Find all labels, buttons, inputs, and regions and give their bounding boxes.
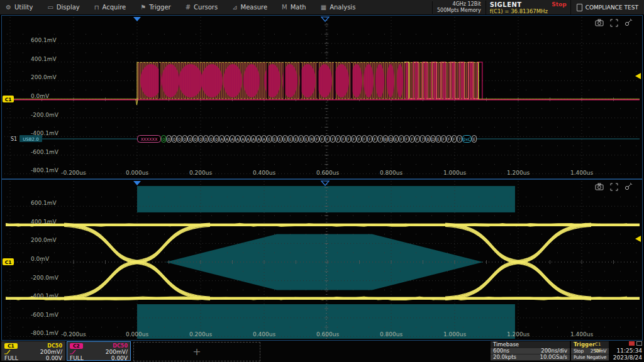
brand-block: SIGLENT Stop f(C1) = 36.81367MHz xyxy=(486,1,570,14)
eye-diagram-canvas[interactable]: 600.1mV400.1mV200.0mV0.0mV-200.0mV-400.1… xyxy=(2,180,642,340)
trigger-level-marker[interactable] xyxy=(635,73,641,79)
compliance-test-label: COMPLIANCE TEST xyxy=(586,4,638,11)
channel-c1-badge[interactable]: C1 xyxy=(3,258,14,265)
x-axis-label: 0.200us xyxy=(189,331,212,337)
compliance-test-button[interactable]: COMPLIANCE TEST xyxy=(570,0,644,14)
acquire-icon: ⊓ xyxy=(94,4,99,11)
analysis-icon: ▦ xyxy=(321,4,326,11)
timebase-panel[interactable]: Timebase 600ns 200ns/div 20.0kpts 10.0GS… xyxy=(491,341,570,361)
channel-badge-label: C1 xyxy=(5,97,12,102)
decode-token-value: F xyxy=(321,137,323,142)
channel-name-badge: C1 xyxy=(4,343,18,349)
decode-token-value: F xyxy=(443,137,445,142)
channel-box-c2[interactable]: C2 DC50 200mV/ FULL 0.00V xyxy=(67,341,131,361)
decode-token-value: 0 xyxy=(168,137,170,142)
decode-token-value: F xyxy=(411,137,413,142)
eye-diagram-plot[interactable]: 600.1mV400.1mV200.0mV0.0mV-200.0mV-400.1… xyxy=(1,179,643,341)
channel-bandwidth: FULL xyxy=(70,355,84,361)
add-channel-button[interactable]: + xyxy=(133,342,260,361)
x-axis-label: 1.400us xyxy=(570,170,593,176)
decode-token-value: F xyxy=(358,137,360,142)
compliance-mask xyxy=(137,186,515,339)
top-menu-bar: ⚙Utility▭Display⊓Acquire⚑Trigger#Cursors… xyxy=(0,0,644,14)
waveform-canvas[interactable]: S1USB2.0XXXXXX00000000000AAAAAAAAAEEEEEE… xyxy=(2,16,642,178)
decode-token-value: E xyxy=(300,137,303,142)
y-axis-label: -400.1mV xyxy=(31,130,59,136)
decode-token-value: D xyxy=(431,137,435,142)
fullscreen-icon[interactable] xyxy=(611,19,618,26)
channel-coupling: DC50 xyxy=(113,343,128,349)
menu-cursors[interactable]: #Cursors xyxy=(180,0,226,14)
gear-icon: ⚙ xyxy=(6,4,11,11)
x-axis-label: 0.000us xyxy=(126,170,148,176)
decode-token-value: B xyxy=(384,137,387,142)
fullscreen-icon[interactable] xyxy=(611,184,618,190)
x-axis-label: 1.400us xyxy=(570,331,593,337)
clock-date: 2023/8/24 xyxy=(607,354,642,361)
decode-token-value: 0 xyxy=(184,137,186,142)
decode-token-value: E xyxy=(473,137,475,142)
decode-token-value: A xyxy=(247,137,250,142)
trigger-type: Pulse xyxy=(574,354,585,360)
decode-token-value: 0 xyxy=(194,137,197,142)
menu-label: Analysis xyxy=(330,4,355,11)
timebase-points: 20.0kpts xyxy=(493,354,516,360)
decode-token-value: A xyxy=(220,137,223,142)
camera-icon[interactable] xyxy=(596,19,603,26)
x-axis-label: 0.600us xyxy=(316,170,339,176)
decode-token-value: E xyxy=(289,137,292,142)
decode-token-value: A xyxy=(252,137,255,142)
trigger-level-marker[interactable] xyxy=(635,236,641,242)
trigger-panel[interactable]: Trigger C1 DC Stop 250mV Pulse Negative xyxy=(571,341,609,361)
document-icon xyxy=(577,4,582,11)
decode-token-value: 7 xyxy=(458,137,461,142)
trigger-level: 250mV xyxy=(591,348,606,354)
channel-coupling: DC50 xyxy=(47,343,62,349)
decode-token-value: F xyxy=(448,137,450,142)
menu-display[interactable]: ▭Display xyxy=(42,0,88,14)
menu-math[interactable]: MMath xyxy=(276,0,315,14)
acquisition-status[interactable]: Stop xyxy=(552,1,566,8)
menu-acquire[interactable]: ⊓Acquire xyxy=(89,0,135,14)
x-axis-label: 0.600us xyxy=(316,331,339,337)
decode-token-value: A xyxy=(242,137,245,142)
decode-token-value: F xyxy=(342,137,345,142)
y-axis-label: -600.1mV xyxy=(31,312,59,318)
channel-scale: 200mV/ xyxy=(40,349,62,355)
menu-analysis[interactable]: ▦Analysis xyxy=(315,0,365,14)
menu-label: Utility xyxy=(14,4,33,11)
channel-box-c1[interactable]: C1 DC50 200mV/ FULL 0.00V xyxy=(1,341,65,361)
status-bar: C1 DC50 200mV/ FULL 0.00V C2 DC50 200mV/… xyxy=(0,341,644,362)
measure-icon: ⊿ xyxy=(232,4,237,11)
channel-name-badge: C2 xyxy=(70,343,83,349)
pin-icon[interactable] xyxy=(625,19,632,26)
decode-token-value: 7 xyxy=(379,137,382,142)
menu-trigger[interactable]: ⚑Trigger xyxy=(135,0,179,14)
frequency-readout: f(C1) = 36.81367MHz xyxy=(490,8,567,14)
decode-token-value: B xyxy=(426,137,429,142)
waveform-plot[interactable]: S1USB2.0XXXXXX00000000000AAAAAAAAAEEEEEE… xyxy=(1,15,643,179)
hash-icon: # xyxy=(186,4,191,11)
menu-measure[interactable]: ⊿Measure xyxy=(226,0,276,14)
pin-icon[interactable] xyxy=(625,183,632,190)
x-axis-label: 1.000us xyxy=(443,331,466,337)
decode-token-value: E xyxy=(305,137,308,142)
trigger-slope: Negative xyxy=(587,354,606,360)
decode-token-value: 0 xyxy=(215,137,218,142)
network-status-icons xyxy=(607,341,642,347)
trigger-delay-marker[interactable] xyxy=(133,181,141,185)
menu-utility[interactable]: ⚙Utility xyxy=(0,0,42,14)
decode-token-value: E xyxy=(274,137,276,142)
y-axis-label: 0.0mV xyxy=(31,256,50,262)
decode-token-value: F xyxy=(316,137,318,142)
channel-c1-badge[interactable]: C1 xyxy=(3,96,14,102)
camera-icon[interactable] xyxy=(596,184,603,190)
network-icon xyxy=(629,341,635,346)
channel-offset: 0.00V xyxy=(46,355,62,361)
y-axis-label: 400.1mV xyxy=(31,219,57,225)
sample-rate: 10.0GSa/s xyxy=(540,354,567,360)
x-axis-label: 0.400us xyxy=(253,331,275,337)
trigger-title: Trigger xyxy=(574,341,595,348)
menu-label: Cursors xyxy=(194,4,218,11)
trigger-delay-marker[interactable] xyxy=(133,17,141,21)
